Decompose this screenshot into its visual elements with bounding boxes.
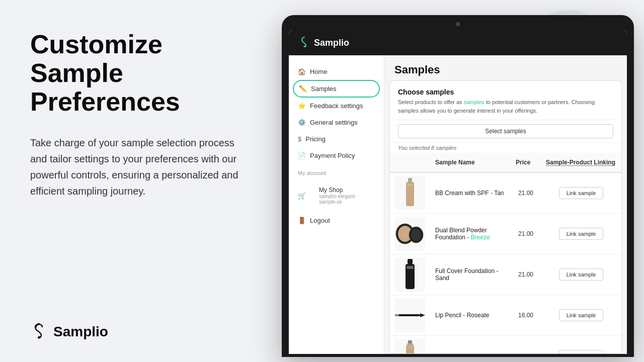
product-image-3 — [395, 298, 425, 332]
svg-rect-16 — [408, 340, 412, 343]
sidebar-item-general-label: General settings — [310, 119, 358, 126]
brand-logo: Samplio — [30, 322, 252, 342]
product-image-0 — [395, 176, 425, 210]
svg-point-7 — [401, 229, 409, 238]
brand-name-left: Samplio — [53, 324, 108, 340]
sidebar-item-samples-label: Samples — [311, 85, 337, 93]
sidebar-section-myaccount: My account — [289, 164, 384, 179]
td-image-0 — [390, 173, 430, 213]
td-image-4 — [390, 336, 430, 353]
table-row: Dual Blend Powder Foundation - Breeze 21… — [390, 214, 621, 254]
selected-count: You selected 8 samples — [390, 143, 621, 153]
th-image — [390, 157, 430, 168]
sidebar-item-myshop[interactable]: 🛒 My Shop samplio-elegant-sample-se — [289, 179, 384, 212]
td-image-1 — [390, 214, 430, 254]
app-header: Samplio — [289, 30, 627, 55]
dollar-icon: $ — [298, 135, 301, 143]
link-sample-btn-2[interactable]: Link sample — [559, 268, 604, 281]
svg-rect-18 — [406, 345, 414, 353]
td-link-0: Link sample — [541, 184, 621, 202]
td-price-4: 25.00 — [511, 348, 541, 353]
samples-table: Sample Name Price Sample-Product Linking — [390, 153, 621, 353]
td-name-0: BB Cream with SPF - Tan — [430, 186, 511, 201]
sidebar-item-feedback[interactable]: ⭐ Feedback settings — [289, 98, 384, 114]
svg-rect-2 — [408, 178, 412, 182]
left-panel: Customize Sample Preferences Take charge… — [0, 0, 282, 362]
tablet-screen: Samplio 🏠 Home ✏️ Samples ⭐ — [289, 30, 627, 354]
choose-samples-title: Choose samples — [398, 88, 613, 96]
table-row: Lip Pencil - Roseate 16.00 Link sample — [390, 295, 621, 336]
td-link-2: Link sample — [541, 265, 621, 284]
td-price-3: 16.00 — [511, 308, 541, 323]
td-link-3: Link sample — [541, 306, 621, 324]
page-title: Samples — [394, 63, 440, 76]
sidebar-item-feedback-label: Feedback settings — [310, 102, 363, 110]
th-linking: Sample-Product Linking — [541, 157, 621, 168]
th-name: Sample Name — [430, 157, 511, 168]
app-logo-icon — [299, 36, 310, 49]
svg-rect-15 — [395, 314, 399, 316]
td-link-1: Link sample — [541, 225, 621, 243]
right-panel: Samplio 🏠 Home ✏️ Samples ⭐ — [282, 0, 644, 362]
td-image-3 — [390, 295, 430, 335]
td-name-4: Liquid Shimmer - Goldie — [430, 348, 511, 353]
sidebar-item-logout-label: Logout — [310, 217, 330, 224]
my-shop-name: My Shop — [319, 187, 366, 194]
gear-icon: ⚙️ — [298, 119, 306, 126]
select-samples-button[interactable]: Select samples — [398, 124, 613, 138]
product-image-2 — [395, 257, 425, 292]
app-brand-name: Samplio — [314, 38, 349, 48]
main-heading: Customize Sample Preferences — [30, 30, 252, 117]
table-body: BB Cream with SPF - Tan 21.00 Link sampl… — [390, 173, 621, 353]
tablet-camera — [456, 22, 460, 26]
sidebar-item-samples[interactable]: ✏️ Samples — [294, 81, 379, 97]
left-content: Customize Sample Preferences Take charge… — [30, 30, 252, 199]
my-shop-subitem: My Shop samplio-elegant-sample-se — [310, 184, 375, 208]
svg-rect-17 — [407, 343, 413, 345]
tablet-frame: Samplio 🏠 Home ✏️ Samples ⭐ — [282, 15, 634, 357]
td-price-2: 21.00 — [511, 267, 541, 282]
table-row: Full Cover Foundation - Sand 21.00 Link … — [390, 254, 621, 295]
choose-samples-desc: Select products to offer as samples to p… — [398, 98, 613, 115]
choose-samples-header: Choose samples Select products to offer … — [390, 81, 621, 120]
edit-icon: ✏️ — [299, 85, 307, 93]
td-name-1: Dual Blend Powder Foundation - Breeze — [430, 223, 511, 245]
sidebar-item-logout[interactable]: 🚪 Logout — [289, 212, 384, 229]
sub-text: Take charge of your sample selection pro… — [30, 135, 252, 199]
content-area: Choose samples Select products to offer … — [389, 80, 622, 354]
sidebar-item-pricing[interactable]: $ Pricing — [289, 131, 384, 147]
sidebar-item-pricing-label: Pricing — [305, 135, 326, 143]
svg-marker-14 — [420, 313, 425, 317]
sidebar-item-home-label: Home — [310, 68, 328, 75]
cart-icon: 🛒 — [298, 192, 306, 200]
app-body: 🏠 Home ✏️ Samples ⭐ Feedback settings ⚙️ — [289, 55, 627, 354]
td-price-0: 21.00 — [511, 186, 541, 201]
table-row: BB Cream with SPF - Tan 21.00 Link sampl… — [390, 173, 621, 214]
doc-icon: 📄 — [298, 152, 306, 159]
link-sample-btn-0[interactable]: Link sample — [559, 187, 604, 199]
td-link-4: Link sample — [541, 347, 621, 353]
svg-point-1 — [304, 46, 305, 47]
sidebar-item-general[interactable]: ⚙️ General settings — [289, 114, 384, 131]
sidebar-item-payment[interactable]: 📄 Payment Policy — [289, 147, 384, 164]
main-content: Samples Choose samples Select products t… — [384, 55, 627, 354]
select-samples-bar: Select samples — [390, 120, 621, 143]
sidebar-item-payment-label: Payment Policy — [310, 152, 355, 159]
link-sample-btn-4[interactable]: Link sample — [559, 350, 604, 353]
svg-point-0 — [38, 336, 41, 339]
link-sample-btn-1[interactable]: Link sample — [559, 228, 604, 240]
table-row: Liquid Shimmer - Goldie 25.00 Link sampl… — [390, 336, 621, 353]
sidebar-item-home[interactable]: 🏠 Home — [289, 63, 384, 80]
logout-icon: 🚪 — [298, 217, 306, 224]
td-image-2 — [390, 254, 430, 295]
svg-point-9 — [411, 229, 421, 241]
page-title-bar: Samples — [384, 55, 627, 80]
svg-rect-12 — [407, 266, 414, 269]
my-shop-sub: samplio-elegant-sample-se — [319, 194, 366, 205]
link-sample-btn-3[interactable]: Link sample — [559, 309, 604, 321]
sidebar: 🏠 Home ✏️ Samples ⭐ Feedback settings ⚙️ — [289, 55, 384, 354]
td-price-1: 21.00 — [511, 226, 541, 241]
svg-rect-10 — [408, 259, 413, 264]
th-price: Price — [511, 157, 541, 168]
svg-rect-4 — [407, 184, 413, 186]
